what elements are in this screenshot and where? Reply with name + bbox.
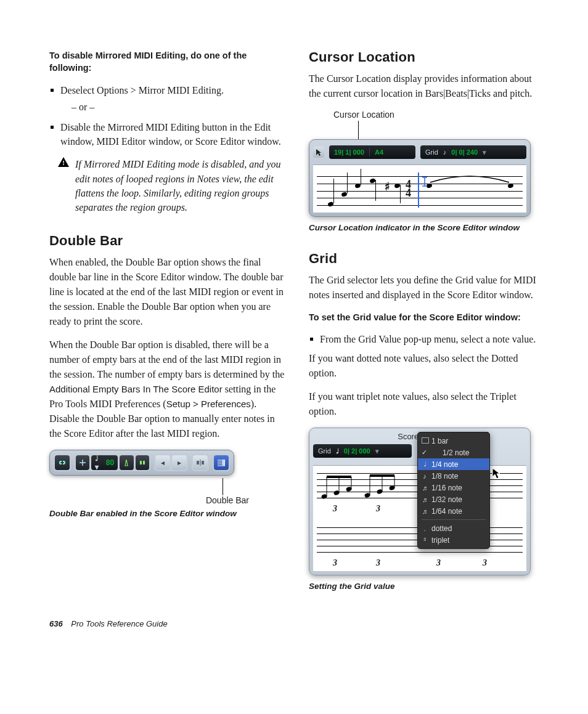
page-footer: 636 Pro Tools Reference Guide (49, 619, 545, 628)
menu-item-triplet[interactable]: ³triplet (418, 534, 489, 546)
metronome-button[interactable] (120, 455, 133, 470)
toolbar-group (54, 454, 71, 471)
triplet-marker: 3 (333, 504, 337, 514)
grid-value-menu: 1 bar 1/2 note ♩1/4 note ♪1/8 note ♬1/16… (417, 432, 490, 549)
paragraph: The Grid selector lets you define the Gr… (309, 273, 545, 302)
sixtyfourth-note-icon: ♬ (422, 508, 428, 515)
figure-cursor-location: Cursor Location 19| 1| 000 A4 Grid (309, 110, 531, 217)
double-bar-button[interactable] (214, 455, 229, 470)
warning-note: ! If Mirrored MIDI Editing mode is disab… (58, 157, 285, 214)
grid-value: 0| 2| 000 (344, 447, 370, 455)
count-off-button[interactable] (136, 455, 149, 470)
triplet-marker: 3 (333, 558, 337, 568)
svg-rect-3 (143, 461, 145, 465)
heading-cursor-location: Cursor Location (309, 49, 545, 65)
menu-item-sixteenth-note[interactable]: ♬1/16 note (418, 482, 489, 493)
setting-name: Additional Empty Bars In The Score Edito… (49, 384, 223, 394)
instruction-heading: To set the Grid value for the Score Edit… (309, 311, 545, 323)
callout-leader: Double Bar (49, 478, 234, 503)
toolbar-group (213, 454, 230, 471)
menu-item-dotted[interactable]: .dotted (418, 522, 489, 534)
grid-display[interactable]: Grid ♪ 0| 0| 240 ▾ (420, 145, 526, 159)
figure-caption: Setting the Grid value (309, 582, 545, 591)
warning-text: If Mirrored MIDI Editing mode is disable… (75, 157, 285, 214)
toolbar-group: ♩ ▾80 (75, 454, 150, 471)
dropdown-caret-icon: ▾ (375, 447, 379, 455)
svg-text:!: ! (62, 159, 65, 166)
bullet-text: Deselect Options > Mirror MIDI Editing. (60, 85, 224, 95)
playback-cursor (418, 172, 419, 208)
dropdown-caret-icon: ▾ (483, 148, 486, 156)
tempo-value: 80 (106, 458, 114, 467)
menu-item-1-bar[interactable]: 1 bar (418, 435, 489, 447)
menu-separator (422, 519, 486, 520)
score-editor-toolbar: ♩ ▾80 ◂ ▸ (49, 450, 234, 476)
page-number: 636 (49, 619, 63, 628)
svg-rect-13 (224, 460, 226, 466)
grid-label: Grid (318, 447, 331, 455)
paragraph: The Cursor Location display provides inf… (309, 71, 545, 101)
book-title: Pro Tools Reference Guide (71, 619, 167, 628)
list-item: Disable the Mirrored MIDI Editing button… (49, 120, 285, 148)
svg-rect-2 (140, 461, 142, 465)
figure-caption: Cursor Location indicator in the Score E… (309, 223, 545, 232)
paragraph: If you want triplet note values, also se… (309, 389, 545, 419)
score-editor-window: Score Editor Grid ♩ 0| 2| 000 ▾ (309, 428, 531, 575)
menu-item-thirtysecond-note[interactable]: ♬1/32 note (418, 493, 489, 505)
dot-icon: . (422, 525, 428, 532)
sixteenth-note-icon: ♬ (422, 484, 428, 492)
arrow-left-button[interactable]: ◂ (155, 455, 170, 470)
toolbar-group: ◂ ▸ (154, 454, 188, 471)
tempo-display[interactable]: ♩ ▾80 (91, 455, 118, 470)
triplet-marker: 3 (436, 558, 441, 568)
quarter-note-icon: ♩ (422, 460, 428, 468)
menu-item-half-note[interactable]: 1/2 note (418, 447, 489, 458)
menu-item-eighth-note[interactable]: ♪1/8 note (418, 470, 489, 482)
callout-label: Double Bar (206, 495, 249, 505)
or-separator: – or – (71, 100, 285, 114)
toolbar-group (192, 454, 209, 471)
thirtysecond-note-icon: ♬ (422, 496, 428, 503)
warning-icon: ! (58, 157, 69, 214)
list-item: Deselect Options > Mirror MIDI Editing. … (49, 83, 285, 114)
conductor-button[interactable] (76, 455, 89, 470)
two-column-layout: To disable Mirrored MIDI Editing, do one… (49, 49, 545, 594)
triplet-marker: 3 (483, 558, 487, 568)
score-editor-panel: 19| 1| 000 A4 Grid ♪ 0| 0| 240 ▾ (309, 139, 531, 217)
paragraph: When enabled, the Double Bar option show… (49, 255, 285, 329)
triplet-marker: 3 (376, 558, 380, 568)
menu-item-quarter-note[interactable]: ♩1/4 note (418, 458, 489, 470)
bullet-list: Deselect Options > Mirror MIDI Editing. … (49, 83, 285, 149)
text-run: When the Double Bar option is disabled, … (49, 339, 284, 379)
menu-path: Setup > Preferences (166, 399, 251, 409)
cursor-location-display[interactable]: 19| 1| 000 A4 (329, 145, 415, 159)
list-item: From the Grid Value pop-up menu, select … (309, 332, 545, 346)
paragraph: When the Double Bar option is disabled, … (49, 338, 285, 441)
grid-value: 0| 0| 240 (451, 148, 478, 156)
grid-display[interactable]: Grid ♩ 0| 2| 000 ▾ (313, 444, 412, 458)
svg-rect-4 (197, 461, 199, 465)
heading-grid: Grid (309, 251, 545, 267)
svg-rect-20 (327, 476, 351, 478)
svg-rect-5 (202, 461, 204, 465)
page: To disable Mirrored MIDI Editing, do one… (0, 0, 588, 653)
figure-caption: Double Bar enabled in the Score Editor w… (49, 509, 285, 518)
menu-item-sixtyfourth-note[interactable]: ♬1/64 note (418, 505, 489, 517)
figure-grid-menu: Score Editor Grid ♩ 0| 2| 000 ▾ (309, 428, 531, 575)
selector-tool-icon[interactable] (313, 147, 324, 158)
score-toolbar: 19| 1| 000 A4 Grid ♪ 0| 0| 240 ▾ (313, 144, 526, 161)
grid-label: Grid (425, 148, 438, 156)
instruction-heading: To disable Mirrored MIDI Editing, do one… (49, 49, 285, 75)
bullet-list: From the Grid Value pop-up menu, select … (309, 332, 545, 346)
callout-label: Cursor Location (333, 110, 531, 120)
triplet-icon: ³ (422, 537, 428, 544)
insert-mode-button[interactable] (193, 455, 208, 470)
arrow-right-button[interactable]: ▸ (172, 455, 187, 470)
link-button[interactable] (55, 455, 70, 470)
cursor-pitch-value: A4 (375, 148, 383, 156)
triplet-marker: 3 (376, 504, 380, 514)
cursor-location-value: 19| 1| 000 (334, 148, 364, 156)
callout-leader (358, 121, 531, 139)
svg-rect-12 (223, 460, 224, 466)
left-column: To disable Mirrored MIDI Editing, do one… (49, 49, 285, 594)
